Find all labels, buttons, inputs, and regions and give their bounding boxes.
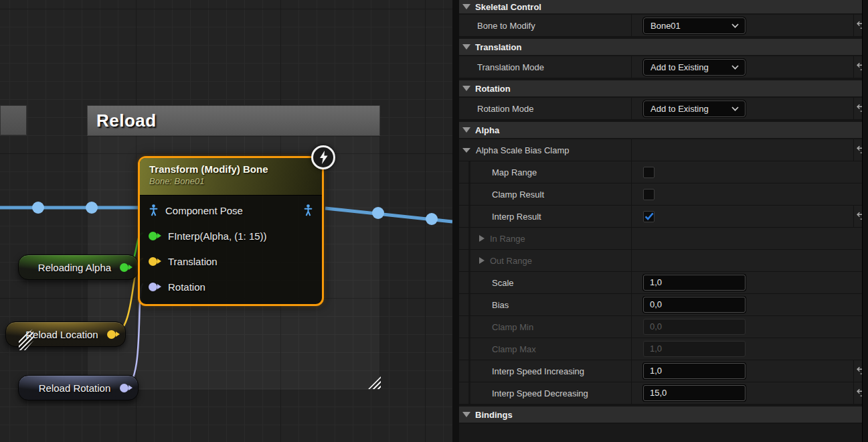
property-label: Interp Result: [492, 212, 541, 222]
rotator-pin-icon[interactable]: [149, 283, 157, 291]
property-row-clamp-result: Clamp Result: [459, 183, 868, 206]
vector-pin-icon[interactable]: [107, 330, 116, 339]
property-label: Clamp Result: [492, 190, 544, 200]
property-row-clamp-min: Clamp Min0,0: [459, 316, 868, 338]
property-label: In Range: [490, 234, 525, 244]
category-expand-arrow-icon[interactable]: [462, 86, 470, 91]
chevron-down-icon: [731, 106, 739, 111]
variable-node-reloading-alpha[interactable]: Reloading Alpha: [18, 254, 139, 280]
category-label: Bindings: [475, 410, 513, 420]
pin-label: Component Pose: [165, 205, 243, 216]
category-label: Skeletal Control: [475, 2, 541, 12]
category-expand-arrow-icon[interactable]: [462, 44, 470, 50]
expanded-arrow-icon[interactable]: [462, 148, 470, 153]
clamp-result-checkbox[interactable]: [643, 189, 655, 200]
pin-label: FInterp(Alpha, (1: 15)): [168, 230, 267, 242]
collapsed-arrow-icon[interactable]: [479, 257, 485, 264]
dropdown-selected-value: Bone01: [644, 21, 731, 31]
dropdown-selected-value: Add to Existing: [644, 104, 731, 114]
property-row-translation-mode: Translation ModeAdd to Existing: [459, 56, 868, 78]
node-subtitle: Bone: Bone01: [149, 176, 313, 186]
property-label: Rotation Mode: [477, 104, 534, 114]
panel-scrollbar[interactable]: [862, 0, 868, 442]
fast-path-lightning-icon[interactable]: [311, 145, 335, 169]
clamp-min-input: 0,0: [643, 319, 746, 335]
panel-divider[interactable]: [452, 0, 459, 442]
node-header: Transform (Modify) Bone Bone: Bone01: [140, 158, 322, 196]
bone-to-modify-dropdown[interactable]: Bone01: [643, 17, 746, 34]
property-row-alpha-scale-bias-clamp: Alpha Scale Bias Clamp: [459, 139, 868, 161]
property-row-out-range: Out Range: [459, 250, 868, 272]
property-label: Map Range: [492, 167, 537, 177]
clamp-max-input: 1,0: [643, 341, 746, 357]
category-label: Translation: [475, 42, 521, 52]
property-row-interp-result: Interp Result: [459, 206, 868, 228]
chevron-down-icon: [731, 65, 739, 70]
category-expand-arrow-icon[interactable]: [462, 127, 470, 133]
rotator-pin-icon[interactable]: [120, 384, 128, 392]
node-title: Transform (Modify) Bone: [149, 163, 313, 175]
property-row-bone-to-modify: Bone to ModifyBone01: [459, 15, 868, 37]
property-row-rotation-mode: Rotation ModeAdd to Existing: [459, 98, 868, 120]
category-header-alpha[interactable]: Alpha: [459, 120, 868, 139]
rotation-mode-dropdown[interactable]: Add to Existing: [643, 100, 746, 117]
category-label: Rotation: [475, 84, 511, 94]
details-panel: Skeletal ControlBone to ModifyBone01Tran…: [459, 0, 868, 442]
interp-speed-increasing-input[interactable]: 1,0: [643, 363, 746, 379]
property-label: Out Range: [490, 256, 532, 266]
property-label: Alpha Scale Bias Clamp: [476, 145, 569, 155]
property-label: Bias: [492, 300, 509, 310]
variable-node-reload-rotation[interactable]: Reload Rotation: [18, 375, 139, 400]
category-expand-arrow-icon[interactable]: [462, 412, 470, 417]
property-row-bias: Bias0,0: [459, 294, 868, 316]
property-label: Clamp Min: [492, 322, 533, 332]
property-label: Interp Speed Increasing: [492, 366, 584, 376]
dropdown-selected-value: Add to Existing: [644, 62, 731, 72]
variable-label: Reloading Alpha: [19, 262, 120, 273]
pose-output-person-icon[interactable]: [303, 204, 313, 216]
pin-label: Translation: [168, 256, 218, 267]
category-label: Alpha: [475, 125, 499, 135]
category-header-rotation[interactable]: Rotation: [459, 78, 868, 98]
rotation-pin-row: Rotation: [140, 274, 322, 299]
property-label: Clamp Max: [492, 344, 536, 354]
category-header-bindings[interactable]: Bindings: [459, 404, 868, 424]
chevron-down-icon: [731, 23, 739, 28]
float-pin-icon[interactable]: [120, 263, 128, 272]
property-label: Bone to Modify: [477, 21, 535, 31]
category-expand-arrow-icon[interactable]: [462, 4, 470, 9]
property-row-in-range: In Range: [459, 228, 868, 250]
alpha-pin-row: FInterp(Alpha, (1: 15)): [140, 223, 322, 248]
bias-input[interactable]: 0,0: [643, 297, 746, 313]
property-row-scale: Scale1,0: [459, 272, 868, 294]
property-row-map-range: Map Range: [459, 161, 868, 183]
translation-mode-dropdown[interactable]: Add to Existing: [643, 59, 746, 76]
category-header-skeletal-control[interactable]: Skeletal Control: [459, 0, 868, 15]
translation-pin-row: Translation: [140, 248, 322, 274]
checkmark-icon: [644, 212, 654, 220]
category-header-translation[interactable]: Translation: [459, 37, 868, 56]
scale-input[interactable]: 1,0: [643, 275, 746, 291]
property-row-interp-speed-decreasing: Interp Speed Decreasing15,0: [459, 382, 868, 404]
pose-pin-person-icon[interactable]: [149, 204, 159, 216]
component-pose-pin-row: Component Pose: [140, 198, 322, 223]
property-row-interp-speed-increasing: Interp Speed Increasing1,0: [459, 360, 868, 382]
float-pin-icon[interactable]: [149, 232, 157, 240]
property-row-clamp-max: Clamp Max1,0: [459, 338, 868, 360]
collapsed-arrow-icon[interactable]: [479, 235, 485, 242]
transform-modify-bone-node[interactable]: Transform (Modify) Bone Bone: Bone01 Com…: [138, 156, 324, 306]
property-label: Scale: [492, 278, 514, 288]
vector-pin-icon[interactable]: [149, 257, 157, 266]
map-range-checkbox[interactable]: [643, 167, 655, 178]
property-label: Translation Mode: [477, 62, 544, 72]
graph-canvas[interactable]: Reload Reloading Alpha Reload Location: [0, 0, 452, 442]
interp-result-checkbox[interactable]: [643, 211, 655, 222]
unreal-animgraph-editor: Reload Reloading Alpha Reload Location: [0, 0, 868, 442]
pin-label: Rotation: [168, 281, 205, 293]
interp-speed-decreasing-input[interactable]: 15,0: [643, 385, 746, 401]
property-label: Interp Speed Decreasing: [492, 388, 588, 398]
variable-label: Reload Rotation: [19, 382, 120, 394]
